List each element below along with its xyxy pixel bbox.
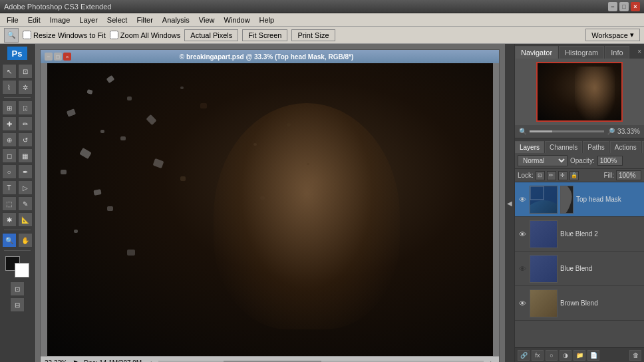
shape-tool[interactable]: ⬚	[2, 196, 17, 211]
layer-item-top-head-mask[interactable]: 👁 Top head Mask	[515, 182, 644, 217]
canvas-viewport[interactable]	[41, 63, 499, 356]
foreground-background-colors[interactable]	[5, 256, 29, 277]
scroll-right-btn[interactable]: ▶	[490, 360, 495, 363]
menu-help[interactable]: Help	[255, 15, 279, 25]
navigator-thumbnail[interactable]	[536, 62, 623, 122]
measure-tool[interactable]: 📐	[18, 212, 33, 227]
menu-edit[interactable]: Edit	[24, 15, 45, 25]
layer-item-blue-blend[interactable]: 👁 Blue Blend	[515, 252, 644, 286]
tab-layers[interactable]: Layers	[515, 141, 544, 153]
delete-layer-button[interactable]: 🗑	[629, 350, 641, 361]
menu-image[interactable]: Image	[46, 15, 75, 25]
layer-visibility-blue-blend[interactable]: 👁	[518, 264, 527, 273]
resize-windows-checkbox[interactable]	[23, 31, 31, 39]
lock-image-button[interactable]: ✏	[547, 171, 556, 180]
zoom-slider[interactable]	[530, 130, 604, 132]
minimize-button[interactable]: −	[608, 2, 617, 11]
shape-tools: ⬚ ✎	[2, 196, 33, 211]
lasso-tool[interactable]: ⌇	[2, 80, 17, 94]
tab-actions[interactable]: Actions	[610, 141, 641, 153]
magic-wand-tool[interactable]: ✲	[18, 80, 33, 94]
eraser-tool[interactable]: ◻	[2, 148, 17, 163]
slice-tool[interactable]: ⌺	[18, 100, 33, 115]
navigator-panel-close[interactable]: ×	[635, 48, 644, 55]
add-mask-button[interactable]: ○	[546, 350, 558, 361]
notes-tool[interactable]: ✎	[18, 196, 33, 211]
zoom-out-icon[interactable]: 🔍	[519, 128, 527, 135]
particle	[74, 230, 78, 233]
particle	[287, 123, 291, 126]
canvas-minimize-button[interactable]: −	[45, 53, 53, 61]
brush-tool[interactable]: ✏	[18, 116, 33, 131]
pen-tool[interactable]: ✒	[18, 164, 33, 179]
gradient-tool[interactable]: ▦	[18, 148, 33, 163]
new-group-button[interactable]: 📁	[573, 350, 585, 361]
dodge-tool[interactable]: ○	[2, 164, 17, 179]
lock-transparent-button[interactable]: ⊡	[536, 171, 545, 180]
tab-info[interactable]: Info	[605, 46, 629, 59]
menu-view[interactable]: View	[195, 15, 219, 25]
panel-collapse-button[interactable]: ◀	[505, 44, 514, 362]
screen-mode-tool[interactable]: ⊟	[10, 297, 25, 312]
marquee-tool[interactable]: ⊡	[18, 64, 33, 79]
layer-name-top-head-mask: Top head Mask	[576, 196, 641, 203]
zoom-tool[interactable]: 🔍	[2, 233, 17, 248]
eraser-tools: ◻ ▦	[2, 148, 33, 163]
stamp-tool[interactable]: ⊕	[2, 132, 17, 147]
menu-file[interactable]: File	[3, 15, 23, 25]
layer-item-brown-blend[interactable]: 👁 Brown Blend	[515, 286, 644, 321]
adjustment-layer-button[interactable]: ◑	[560, 350, 571, 361]
layer-visibility-brown-blend[interactable]: 👁	[518, 299, 527, 308]
layer-visibility-blue-blend-2[interactable]: 👁	[518, 230, 527, 239]
canvas-close-button[interactable]: ×	[63, 53, 71, 61]
tab-navigator[interactable]: Navigator	[515, 46, 558, 59]
tab-histogram[interactable]: Histogram	[559, 46, 604, 59]
menu-select[interactable]: Select	[103, 15, 132, 25]
lock-position-button[interactable]: ✛	[558, 171, 567, 180]
layer-item-blue-blend-2[interactable]: 👁 Blue Blend 2	[515, 217, 644, 252]
fill-input[interactable]	[616, 170, 641, 180]
workspace-button[interactable]: Workspace ▾	[585, 29, 640, 41]
layer-name-brown-blend: Brown Blend	[560, 299, 641, 307]
hand-tool[interactable]: ✋	[18, 233, 33, 248]
zoom-all-checkbox[interactable]	[110, 31, 118, 39]
tab-channels[interactable]: Channels	[545, 141, 582, 153]
layer-thumb-blue-blend-2	[530, 220, 558, 248]
crop-tool[interactable]: ⊞	[2, 100, 17, 115]
path-tool[interactable]: ▷	[18, 180, 33, 195]
background-color[interactable]	[15, 263, 29, 277]
menu-filter[interactable]: Filter	[132, 15, 156, 25]
tab-paths[interactable]: Paths	[583, 141, 609, 153]
fit-screen-button[interactable]: Fit Screen	[242, 29, 287, 41]
face-glow	[214, 103, 400, 329]
opacity-input[interactable]	[597, 156, 623, 166]
link-layers-button[interactable]: 🔗	[518, 350, 530, 361]
canvas-title: © breakingapart.psd @ 33.3% (Top head Ma…	[180, 53, 353, 61]
new-layer-button[interactable]: 📄	[587, 350, 599, 361]
scroll-left-btn[interactable]: ◀	[147, 360, 152, 363]
lock-label: Lock:	[518, 172, 534, 179]
menu-analysis[interactable]: Analysis	[158, 15, 194, 25]
menu-window[interactable]: Window	[220, 15, 253, 25]
heal-tool[interactable]: ✚	[2, 116, 17, 131]
maximize-button[interactable]: □	[619, 2, 629, 11]
actual-pixels-button[interactable]: Actual Pixels	[184, 29, 238, 41]
tab-history[interactable]: History	[642, 141, 644, 153]
print-size-button[interactable]: Print Size	[291, 29, 335, 41]
quick-mask-tool[interactable]: ⊡	[10, 281, 25, 296]
layers-lock-bar: Lock: ⊡ ✏ ✛ 🔒 Fill:	[515, 169, 644, 182]
zoom-in-icon[interactable]: 🔎	[607, 128, 615, 135]
eyedropper-tool[interactable]: ✱	[2, 212, 17, 227]
type-tool[interactable]: T	[2, 180, 17, 195]
layer-style-button[interactable]: fx	[532, 350, 544, 361]
menu-layer[interactable]: Layer	[75, 15, 102, 25]
layers-options: Normal Multiply Screen Overlay Opacity:	[515, 153, 644, 169]
close-button[interactable]: ×	[631, 2, 640, 11]
move-tool[interactable]: ↖	[2, 64, 17, 79]
layer-visibility-top-head-mask[interactable]: 👁	[518, 195, 527, 204]
canvas-maximize-button[interactable]: □	[54, 53, 62, 61]
lock-all-button[interactable]: 🔒	[569, 171, 579, 180]
history-brush-tool[interactable]: ↺	[18, 132, 33, 147]
blend-mode-select[interactable]: Normal Multiply Screen Overlay	[518, 155, 567, 166]
doc-status: Doc: 14.1M/207.9M	[84, 359, 142, 362]
